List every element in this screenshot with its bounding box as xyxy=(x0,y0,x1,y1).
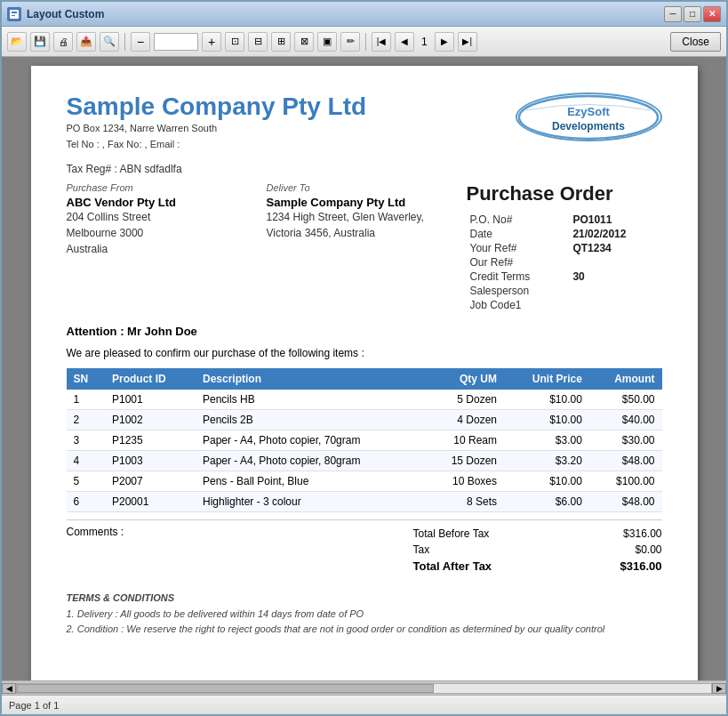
next-page-button[interactable]: ▶ xyxy=(435,32,454,52)
table-header-row: SNProduct IDDescriptionQty UMUnit PriceA… xyxy=(67,368,662,390)
table-row: 2P1002Pencils 2B4 Dozen$10.00$40.00 xyxy=(67,410,662,430)
table-body: 1P1001Pencils HB5 Dozen$10.00$50.002P100… xyxy=(67,390,662,512)
table-cell: $10.00 xyxy=(504,471,589,492)
table-cell: 5 Dozen xyxy=(424,390,504,410)
table-cell: $3.20 xyxy=(504,451,589,471)
horizontal-scrollbar[interactable]: ◀ ▶ xyxy=(2,680,726,695)
table-row: 5P2007Pens - Ball Point, Blue10 Boxes$10… xyxy=(67,471,662,492)
before-tax-label: Total Before Tax xyxy=(413,527,490,540)
po-table-row: Our Ref# xyxy=(467,255,662,270)
deliver-to-label: Deliver To xyxy=(267,182,449,193)
table-cell: 10 Ream xyxy=(424,430,504,451)
table-cell: Paper - A4, Photo copier, 70gram xyxy=(196,430,424,451)
before-tax-value: $316.00 xyxy=(623,527,661,540)
zoom-input[interactable]: 100% xyxy=(154,33,198,51)
h-scroll-right[interactable]: ▶ xyxy=(712,683,726,694)
h-scroll-track[interactable] xyxy=(16,683,712,694)
table-cell: Pencils 2B xyxy=(196,410,424,430)
table-header-cell: Qty UM xyxy=(424,368,504,390)
po-field-label: Your Ref# xyxy=(467,241,570,255)
po-field-label: Salesperson xyxy=(467,284,570,298)
search-button[interactable]: 🔍 xyxy=(100,32,119,52)
save-button[interactable]: 💾 xyxy=(30,32,50,52)
zoom-group: 100% xyxy=(154,33,198,51)
po-table-row: Salesperson xyxy=(467,284,662,298)
print-button[interactable]: 🖨 xyxy=(53,32,73,52)
h-scroll-left[interactable]: ◀ xyxy=(2,683,16,694)
po-table-row: Date21/02/2012 xyxy=(467,227,662,241)
po-table-row: P.O. No#PO1011 xyxy=(467,213,662,227)
close-button[interactable]: Close xyxy=(670,32,721,52)
layout2-button[interactable]: ⊠ xyxy=(294,32,314,52)
window-close-button[interactable]: ✕ xyxy=(703,6,721,22)
deliver-to-block: Deliver To Sample Company Pty Ltd 1234 H… xyxy=(267,182,449,312)
po-field-value: PO1011 xyxy=(569,213,661,227)
terms-title: TERMS & CONDITIONS xyxy=(67,591,662,607)
fit-width-button[interactable]: ⊟ xyxy=(248,32,268,52)
edit-button[interactable]: ✏ xyxy=(340,32,360,52)
terms-line1: 1. Delivery : All goods to be delivered … xyxy=(67,607,662,623)
open-button[interactable]: 📂 xyxy=(7,32,27,52)
layout-button[interactable]: ⊞ xyxy=(271,32,291,52)
deliver-to-line1: 1234 High Street, Glen Waverley, xyxy=(267,209,449,225)
svg-rect-0 xyxy=(10,10,19,19)
po-field-value: 21/02/2012 xyxy=(569,227,661,241)
table-cell: 6 xyxy=(67,492,105,512)
last-page-button[interactable]: ▶| xyxy=(458,32,477,52)
po-table: P.O. No#PO1011Date21/02/2012Your Ref#QT1… xyxy=(467,213,662,312)
first-page-button[interactable]: |◀ xyxy=(372,32,391,52)
window-title: Layout Custom xyxy=(27,8,659,20)
attention-line: Attention : Mr John Doe xyxy=(67,325,662,338)
prev-page-button[interactable]: ◀ xyxy=(395,32,414,52)
table-cell: Pencils HB xyxy=(196,390,424,410)
h-scroll-thumb[interactable] xyxy=(17,684,434,693)
summary-section: Comments : Total Before Tax $316.00 Tax … xyxy=(67,519,662,575)
table-cell: 4 Dozen xyxy=(424,410,504,430)
table-cell: P2007 xyxy=(105,471,196,492)
table-cell: $10.00 xyxy=(504,410,589,430)
table-cell: $6.00 xyxy=(504,492,589,512)
comments: Comments : xyxy=(67,526,124,575)
title-bar: Layout Custom ─ □ ✕ xyxy=(2,2,726,27)
po-field-label: P.O. No# xyxy=(467,213,570,227)
po-field-value: 30 xyxy=(569,270,661,284)
table-cell: Paper - A4, Photo copier, 80gram xyxy=(196,451,424,471)
tax-row: Tax $0.00 xyxy=(413,542,662,558)
app-icon xyxy=(7,7,21,21)
table-header-cell: Unit Price xyxy=(504,368,589,390)
table-header-cell: Amount xyxy=(589,368,662,390)
layout3-button[interactable]: ▣ xyxy=(317,32,337,52)
fit-page-button[interactable]: ⊡ xyxy=(225,32,244,52)
window-controls: ─ □ ✕ xyxy=(664,6,721,22)
minimize-button[interactable]: ─ xyxy=(664,6,682,22)
export-button[interactable]: 📤 xyxy=(76,32,96,52)
purchase-from-block: Purchase From ABC Vendor Pty Ltd 204 Col… xyxy=(67,182,249,312)
po-field-value xyxy=(569,298,661,312)
table-cell: $3.00 xyxy=(504,430,589,451)
table-row: 4P1003Paper - A4, Photo copier, 80gram15… xyxy=(67,451,662,471)
company-address-line2: Tel No : , Fax No: , Email : xyxy=(67,137,367,153)
intro-text: We are pleased to confirm our purchase o… xyxy=(67,347,662,359)
svg-text:EzySoft: EzySoft xyxy=(567,105,610,118)
table-cell: Highlighter - 3 colour xyxy=(196,492,424,512)
po-field-value xyxy=(569,255,661,270)
scroll-pane[interactable]: Sample Company Pty Ltd PO Box 1234, Narr… xyxy=(2,57,726,680)
tax-reg: Tax Reg# : ABN sdfadlfa xyxy=(67,163,662,175)
company-info: Sample Company Pty Ltd PO Box 1234, Narr… xyxy=(67,93,367,152)
zoom-out-button[interactable]: − xyxy=(131,32,150,52)
items-table: SNProduct IDDescriptionQty UMUnit PriceA… xyxy=(67,368,662,512)
after-tax-row: Total After Tax $316.00 xyxy=(413,558,662,575)
table-header-cell: Product ID xyxy=(105,368,196,390)
table-cell: 1 xyxy=(67,390,105,410)
zoom-in-button[interactable]: + xyxy=(202,32,221,52)
logo-box: EzySoft Developments xyxy=(516,93,662,141)
maximize-button[interactable]: □ xyxy=(684,6,701,22)
table-cell: $50.00 xyxy=(589,390,662,410)
deliver-to-line2: Victoria 3456, Australia xyxy=(267,225,449,241)
deliver-to-name: Sample Company Pty Ltd xyxy=(267,196,449,209)
table-cell: 5 xyxy=(67,471,105,492)
table-header-cell: SN xyxy=(67,368,105,390)
table-cell: 8 Sets xyxy=(424,492,504,512)
table-row: 3P1235Paper - A4, Photo copier, 70gram10… xyxy=(67,430,662,451)
purchase-from-name: ABC Vendor Pty Ltd xyxy=(67,196,249,209)
